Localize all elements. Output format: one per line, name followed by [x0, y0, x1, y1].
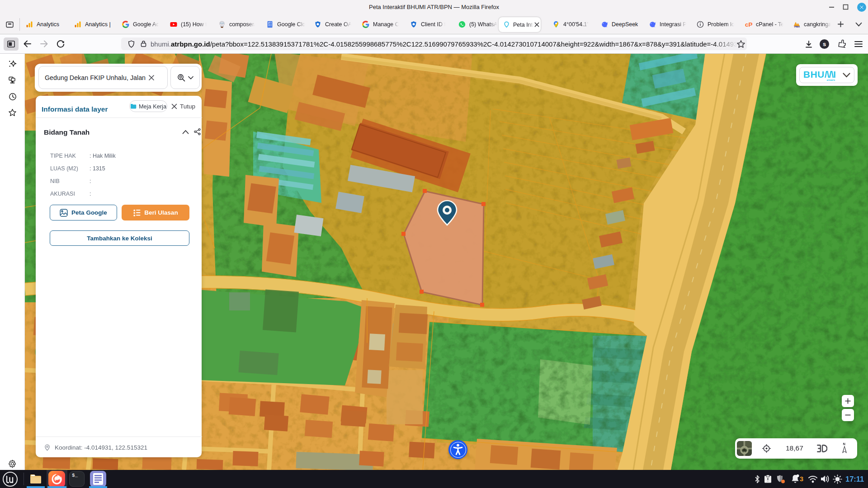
svg-text:PMA: PMA — [794, 25, 800, 28]
svg-text:cP: cP — [745, 21, 753, 28]
svg-text:G: G — [61, 210, 63, 212]
svg-text:N: N — [843, 442, 845, 446]
